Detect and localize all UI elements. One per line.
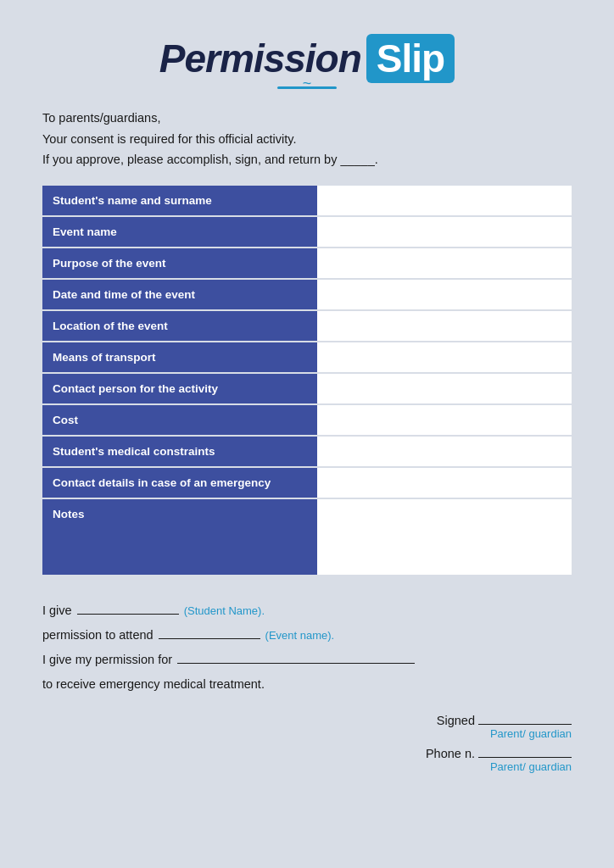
- signed-blank[interactable]: [478, 724, 572, 725]
- table-row: Cost: [42, 404, 572, 436]
- label-student-name: Student's name and surname: [42, 186, 317, 216]
- table-row: Contact person for the activity: [42, 373, 572, 404]
- page: Permission Slip To parents/guardians, Yo…: [17, 17, 597, 814]
- table-row: Date and time of the event: [42, 279, 572, 310]
- label-notes: Notes: [42, 498, 317, 575]
- label-emergency-contact: Contact details in case of an emergency: [42, 467, 317, 498]
- consent-section: I give (Student Name). permission to att…: [42, 598, 572, 697]
- value-contact-person[interactable]: [317, 373, 572, 404]
- title-permission: Permission: [159, 36, 361, 81]
- label-event-name: Event name: [42, 216, 317, 248]
- title-slip: Slip: [366, 34, 455, 83]
- value-transport[interactable]: [317, 342, 572, 373]
- value-notes[interactable]: [317, 498, 572, 575]
- intro-line2: Your consent is required for this offici…: [42, 129, 572, 150]
- label-date-time: Date and time of the event: [42, 279, 317, 310]
- value-location[interactable]: [317, 310, 572, 342]
- consent-line3: I give my permission for: [42, 648, 572, 672]
- intro-line3: If you approve, please accomplish, sign,…: [42, 149, 572, 170]
- label-transport: Means of transport: [42, 342, 317, 373]
- label-purpose: Purpose of the event: [42, 248, 317, 279]
- signed-label: Signed: [437, 714, 475, 727]
- phone-line: Phone n.: [426, 747, 572, 760]
- table-row: Location of the event: [42, 310, 572, 342]
- consent-event-placeholder: (Event name).: [265, 625, 335, 647]
- phone-label: Phone n.: [426, 747, 475, 760]
- value-purpose[interactable]: [317, 248, 572, 279]
- label-contact-person: Contact person for the activity: [42, 373, 317, 404]
- phone-sub: Parent/ guardian: [490, 760, 572, 773]
- consent-line1-prefix: I give: [42, 598, 72, 623]
- consent-line2: permission to attend (Event name).: [42, 623, 572, 648]
- intro-line1: To parents/guardians,: [42, 108, 572, 129]
- label-cost: Cost: [42, 404, 317, 436]
- value-cost[interactable]: [317, 404, 572, 436]
- table-row: Student's medical constraints: [42, 436, 572, 467]
- value-date-time[interactable]: [317, 279, 572, 310]
- table-row: Means of transport: [42, 342, 572, 373]
- consent-line2-prefix: permission to attend: [42, 623, 154, 648]
- header: Permission Slip: [42, 34, 572, 89]
- signature-section: Signed Parent/ guardian Phone n. Parent/…: [42, 714, 572, 780]
- phone-row: Phone n. Parent/ guardian: [426, 747, 572, 773]
- consent-line4: to receive emergency medical treatment.: [42, 672, 572, 697]
- table-row: Contact details in case of an emergency: [42, 467, 572, 498]
- table-row: Event name: [42, 216, 572, 248]
- consent-student-placeholder: (Student Name).: [184, 600, 265, 622]
- consent-name-blank[interactable]: [177, 663, 415, 664]
- table-row-notes: Notes: [42, 498, 572, 575]
- value-emergency-contact[interactable]: [317, 467, 572, 498]
- value-medical[interactable]: [317, 436, 572, 467]
- table-row: Purpose of the event: [42, 248, 572, 279]
- consent-event-blank[interactable]: [159, 638, 260, 639]
- signed-row: Signed Parent/ guardian: [437, 714, 572, 740]
- signed-line: Signed: [437, 714, 572, 727]
- header-underline: [277, 86, 337, 89]
- signed-sub: Parent/ guardian: [490, 727, 572, 740]
- label-medical: Student's medical constraints: [42, 436, 317, 467]
- consent-line1: I give (Student Name).: [42, 598, 572, 623]
- label-location: Location of the event: [42, 310, 317, 342]
- intro-text: To parents/guardians, Your consent is re…: [42, 108, 572, 170]
- form-table: Student's name and surname Event name Pu…: [42, 186, 572, 575]
- value-event-name[interactable]: [317, 216, 572, 248]
- phone-blank[interactable]: [478, 757, 572, 758]
- consent-line3-prefix: I give my permission for: [42, 648, 172, 672]
- value-student-name[interactable]: [317, 186, 572, 216]
- table-row: Student's name and surname: [42, 186, 572, 216]
- consent-student-blank[interactable]: [77, 614, 179, 615]
